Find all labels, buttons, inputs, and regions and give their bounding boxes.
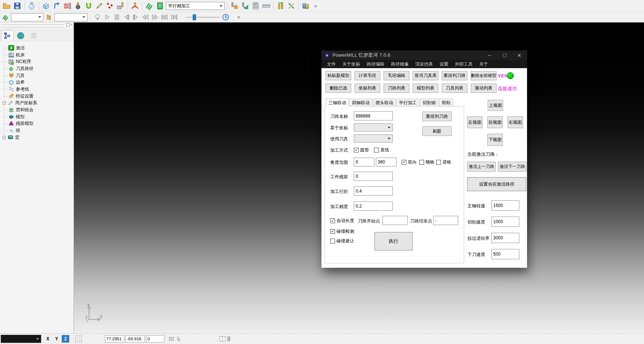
- close-panel-icon[interactable]: ×: [71, 23, 72, 27]
- skim-feed-input[interactable]: [491, 233, 519, 243]
- feeds-icon[interactable]: [52, 1, 61, 11]
- menu-path-edit[interactable]: 路径编辑: [363, 61, 388, 67]
- measure-ruler-icon[interactable]: [261, 1, 271, 11]
- execute-button[interactable]: 执行: [374, 232, 413, 250]
- axis-y-button[interactable]: Y: [53, 335, 60, 343]
- collision-check-icon[interactable]: [130, 1, 140, 11]
- tree-item-patterns[interactable]: 参考线: [0, 86, 74, 93]
- tree-item-tools[interactable]: 刀具: [0, 72, 74, 79]
- plunge-feed-input[interactable]: [491, 249, 519, 259]
- tab-parallel[interactable]: 平行加工: [396, 99, 419, 106]
- spindle-speed-input[interactable]: [491, 200, 519, 211]
- expand-icon[interactable]: +: [3, 101, 6, 105]
- tolerance-input[interactable]: [354, 201, 393, 211]
- points-icon[interactable]: [105, 1, 115, 11]
- view-bottom-button[interactable]: 下视图: [487, 134, 503, 146]
- refresh-button[interactable]: 刷新: [422, 126, 452, 136]
- toolpath-list-button[interactable]: 刀路列表: [384, 84, 409, 93]
- tool-combobox[interactable]: [54, 13, 88, 21]
- expand-icon[interactable]: +: [3, 136, 6, 139]
- strategy-combobox[interactable]: 平行精加工: [166, 2, 225, 10]
- tab-4axis[interactable]: 四轴联动: [349, 99, 372, 106]
- tab-explorer-recycle[interactable]: [28, 30, 40, 41]
- stepover-input[interactable]: [354, 186, 393, 196]
- go-to-end-icon[interactable]: [170, 13, 178, 21]
- menu-render-sim[interactable]: 渲染仿真: [412, 61, 436, 67]
- split-view-icon[interactable]: [219, 336, 226, 343]
- line-checkbox[interactable]: 直线: [374, 147, 389, 153]
- snap-options-icon[interactable]: [168, 336, 174, 343]
- tree-item-levels-sets[interactable]: 层和组合: [0, 106, 74, 113]
- tab-swivel-head[interactable]: 摆头联动: [373, 99, 396, 106]
- toolpath-combobox[interactable]: [11, 13, 43, 21]
- activate-prev-toolpath-button[interactable]: 激活上一刀路: [467, 162, 496, 172]
- transform-icon[interactable]: [287, 1, 296, 11]
- toolpath-name-input[interactable]: [354, 111, 393, 120]
- panel-grips[interactable]: ×: [0, 22, 74, 29]
- bidirectional-checkbox[interactable]: 双向: [402, 159, 417, 165]
- tab-help[interactable]: 帮助: [439, 99, 453, 106]
- tree-item-boundaries[interactable]: 边界: [0, 79, 74, 86]
- strategy-list-icon[interactable]: [155, 1, 165, 11]
- menu-settings[interactable]: 设置: [436, 61, 452, 67]
- stock-cylinders-icon[interactable]: [301, 1, 310, 11]
- tree-item-models[interactable]: 模型: [0, 113, 74, 120]
- dialog-titlebar[interactable]: ★ PowerMILL 忆梦星河 7.0.6 ✕: [321, 50, 527, 60]
- auto-length-checkbox[interactable]: 自动长度: [330, 218, 354, 224]
- tree-item-machine-tools[interactable]: 机床: [0, 52, 74, 59]
- menu-file[interactable]: 文件: [324, 61, 339, 67]
- based-coord-dropdown[interactable]: [354, 123, 393, 131]
- delete-selected-button[interactable]: 删除已选: [325, 84, 351, 93]
- climb-mill-checkbox[interactable]: 顺铣: [419, 159, 434, 165]
- stock-remain-input[interactable]: [354, 172, 393, 181]
- float-panel-icon[interactable]: [66, 23, 70, 27]
- import-model-icon[interactable]: [27, 1, 36, 11]
- tab-cutting-saw[interactable]: 切割锯: [420, 99, 438, 106]
- tree-item-feature-sets[interactable]: 特征设置: [0, 93, 74, 100]
- rearrange-button[interactable]: 重排列刀路: [422, 112, 452, 121]
- menu-about[interactable]: 关于: [476, 61, 491, 67]
- menu-path-mirror[interactable]: 路径镜像: [388, 61, 412, 67]
- fast-forward-icon[interactable]: [151, 13, 159, 21]
- circle-checkbox[interactable]: 圆形: [354, 147, 369, 153]
- xinghe-tool-library-button[interactable]: 星河刀具库: [413, 71, 438, 80]
- rearrange-toolpaths-button[interactable]: 重排列刀路: [442, 71, 467, 80]
- batch-tools-icon[interactable]: [276, 1, 285, 11]
- play-icon[interactable]: [103, 13, 111, 21]
- rewind-icon[interactable]: [141, 13, 149, 21]
- view-mode-dropdown[interactable]: [1, 335, 41, 343]
- start-point-input[interactable]: [383, 216, 408, 225]
- verify-toolpath-icon[interactable]: [240, 1, 250, 11]
- axis-z-button[interactable]: Z: [62, 335, 69, 343]
- tab-explorer-tree[interactable]: [1, 30, 14, 41]
- maximize-button[interactable]: [497, 50, 512, 60]
- angle-to-input[interactable]: [376, 158, 396, 166]
- menu-external-tools[interactable]: 外部工具: [452, 61, 476, 67]
- angle-from-input[interactable]: [354, 158, 374, 166]
- tree-item-macros[interactable]: + 宏: [0, 134, 74, 141]
- tree-item-groups[interactable]: 组: [0, 127, 74, 134]
- tree-item-workplanes[interactable]: + 用户坐标系: [0, 100, 74, 107]
- paste-new-model-button[interactable]: 粘贴新模型: [325, 71, 351, 80]
- collision-avoid-checkbox[interactable]: 碰撞避让: [330, 238, 354, 244]
- delete-all-models-button[interactable]: 删除全部模型: [471, 71, 497, 80]
- open-project-icon[interactable]: [2, 1, 11, 11]
- close-toolbar-icon[interactable]: ×: [235, 13, 243, 21]
- calculator-icon[interactable]: [251, 1, 260, 11]
- block-icon[interactable]: [41, 1, 51, 11]
- step-back-icon[interactable]: [122, 13, 130, 21]
- tool-list-button[interactable]: 刀具列表: [442, 84, 467, 93]
- axis-x-button[interactable]: X: [44, 335, 51, 343]
- tab-3axis[interactable]: 三轴联动: [326, 98, 349, 106]
- edit-pencil-icon[interactable]: [95, 1, 104, 11]
- drag-axis-icon[interactable]: [176, 336, 183, 343]
- lamp-icon[interactable]: [93, 13, 102, 21]
- drive-list-button[interactable]: 驱动列表: [471, 84, 497, 93]
- pane-bar-icon[interactable]: [227, 336, 231, 343]
- end-point-input[interactable]: [433, 216, 458, 225]
- view-front-button[interactable]: 前视图: [487, 116, 503, 128]
- model-list-button[interactable]: 模型列表: [413, 84, 438, 93]
- set-active-path-button[interactable]: 设置当前激活路径: [467, 177, 526, 191]
- grid-icon[interactable]: [75, 336, 82, 344]
- activate-next-toolpath-button[interactable]: 激活下一刀路: [498, 162, 527, 172]
